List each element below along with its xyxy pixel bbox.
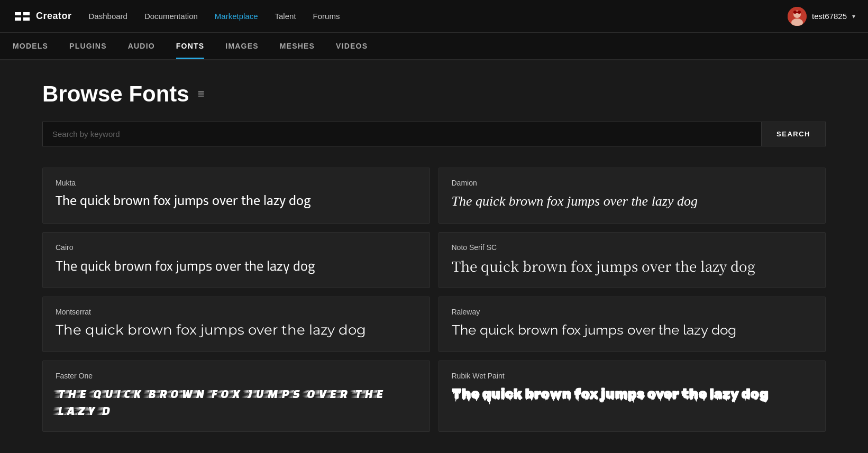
nav-talent[interactable]: Talent: [275, 10, 296, 23]
font-preview-raleway: The quick brown fox jumps over the lazy …: [452, 321, 813, 339]
secondary-nav-links: MODELS PLUGINS AUDIO FONTS IMAGES MESHES…: [13, 33, 368, 59]
font-preview-noto-serif-sc: The quick brown fox jumps over the lazy …: [452, 257, 813, 275]
secondary-navigation: MODELS PLUGINS AUDIO FONTS IMAGES MESHES…: [0, 33, 868, 60]
nav-documentation[interactable]: Documentation: [144, 10, 198, 23]
filter-icon[interactable]: ≡: [198, 87, 205, 101]
font-name-faster-one: Faster One: [56, 372, 417, 380]
page-title: Browse Fonts: [42, 81, 189, 107]
tab-meshes[interactable]: MESHES: [280, 33, 315, 59]
font-card-raleway[interactable]: Raleway The quick brown fox jumps over t…: [438, 297, 826, 353]
font-preview-rubik-wet-paint: The quick brown fox jumps over the lazy …: [452, 385, 813, 403]
svg-rect-4: [15, 21, 30, 23]
user-dropdown-arrow: ▾: [852, 13, 855, 20]
font-name-cairo: Cairo: [56, 243, 417, 252]
font-preview-damion: The quick brown fox jumps over the lazy …: [452, 192, 813, 210]
avatar: [788, 7, 807, 26]
main-content: Browse Fonts ≡ SEARCH Mukta The quick br…: [0, 60, 868, 453]
font-name-raleway: Raleway: [452, 308, 813, 316]
font-grid: Mukta The quick brown fox jumps over the…: [42, 168, 826, 432]
search-input[interactable]: [42, 122, 761, 146]
font-name-montserrat: Montserrat: [56, 308, 417, 316]
tab-images[interactable]: IMAGES: [225, 33, 258, 59]
font-card-montserrat[interactable]: Montserrat The quick brown fox jumps ove…: [42, 297, 430, 353]
font-card-cairo[interactable]: Cairo The quick brown fox jumps over the…: [42, 232, 430, 288]
top-navigation: Creator Dashboard Documentation Marketpl…: [0, 0, 868, 33]
logo-icon: [13, 7, 32, 26]
logo-text: Creator: [36, 11, 72, 22]
font-preview-faster-one: THE QUICK BROWN FOX JUMPS OVER THE LAZY …: [56, 385, 417, 418]
font-name-rubik-wet-paint: Rubik Wet Paint: [452, 372, 813, 380]
font-card-faster-one[interactable]: Faster One THE QUICK BROWN FOX JUMPS OVE…: [42, 360, 430, 431]
tab-plugins[interactable]: PLUGINS: [69, 33, 107, 59]
search-row: SEARCH: [42, 122, 826, 146]
search-button[interactable]: SEARCH: [761, 122, 826, 146]
font-card-damion[interactable]: Damion The quick brown fox jumps over th…: [438, 168, 826, 224]
nav-forums[interactable]: Forums: [313, 10, 340, 23]
font-card-noto-serif-sc[interactable]: Noto Serif SC The quick brown fox jumps …: [438, 232, 826, 288]
font-card-rubik-wet-paint[interactable]: Rubik Wet Paint The quick brown fox jump…: [438, 360, 826, 431]
svg-rect-5: [15, 15, 30, 17]
font-preview-mukta: The quick brown fox jumps over the lazy …: [56, 192, 417, 210]
logo[interactable]: Creator: [13, 7, 72, 26]
svg-rect-3: [15, 10, 30, 12]
nav-dashboard[interactable]: Dashboard: [89, 10, 127, 23]
font-name-noto-serif-sc: Noto Serif SC: [452, 243, 813, 252]
tab-fonts[interactable]: FONTS: [176, 33, 204, 59]
page-title-row: Browse Fonts ≡: [42, 81, 826, 107]
tab-videos[interactable]: VIDEOS: [336, 33, 368, 59]
nav-marketplace[interactable]: Marketplace: [215, 10, 258, 23]
font-preview-montserrat: The quick brown fox jumps over the lazy …: [56, 321, 417, 339]
user-name: test67825: [812, 12, 847, 21]
font-name-damion: Damion: [452, 179, 813, 187]
tab-audio[interactable]: AUDIO: [128, 33, 155, 59]
font-preview-cairo: The quick brown fox jumps over the lazy …: [56, 257, 417, 275]
user-menu[interactable]: test67825 ▾: [788, 7, 855, 26]
tab-models[interactable]: MODELS: [13, 33, 48, 59]
font-name-mukta: Mukta: [56, 179, 417, 187]
font-card-mukta[interactable]: Mukta The quick brown fox jumps over the…: [42, 168, 430, 224]
top-nav-links: Dashboard Documentation Marketplace Tale…: [89, 10, 788, 23]
